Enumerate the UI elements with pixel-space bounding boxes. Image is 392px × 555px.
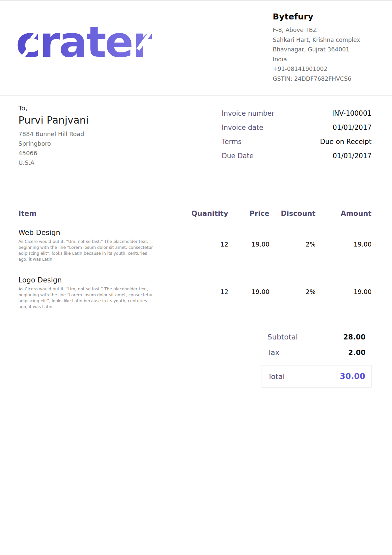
item-name: Web Design (18, 229, 189, 237)
item-price: 19.00 (228, 229, 269, 262)
item-cell: Logo Design As Cicero would put it, “Um,… (18, 276, 189, 310)
totals-divider (18, 324, 372, 324)
column-header-discount: Discount (269, 210, 316, 218)
terms-label: Terms (222, 138, 241, 146)
customer-address-line: U.S.A (18, 158, 89, 167)
table-row: Web Design As Cicero would put it, “Um, … (18, 229, 372, 262)
meta-row-terms: Terms Due on Receipt (222, 138, 372, 146)
company-address-line: F-8, Above TBZ (273, 25, 372, 35)
customer-address-line: 45066 (18, 148, 89, 158)
item-amount: 19.00 (316, 229, 372, 262)
column-header-quantity: Quanitity (189, 210, 228, 218)
info-section: To, Purvi Panjvani 7884 Bunnel Hill Road… (0, 96, 392, 167)
item-discount: 2% (269, 276, 316, 310)
crater-logo: crater (16, 19, 152, 66)
crater-logo-text: crater (16, 19, 152, 66)
items-table: Item Quanitity Price Discount Amount Web… (18, 210, 372, 310)
total-value: 30.00 (340, 372, 365, 381)
company-address-line: Sahkari Hart, Krishna complex (273, 35, 372, 45)
meta-row-invoice-number: Invoice number INV-100001 (222, 109, 372, 117)
customer-address-line: Springboro (18, 139, 89, 148)
invoice-number-label: Invoice number (222, 109, 274, 117)
column-header-item: Item (18, 210, 189, 218)
customer-name: Purvi Panjvani (18, 114, 89, 126)
bill-to-block: To, Purvi Panjvani 7884 Bunnel Hill Road… (18, 104, 89, 167)
items-table-header: Item Quanitity Price Discount Amount (18, 210, 372, 218)
due-date-label: Due Date (222, 152, 254, 160)
item-name: Logo Design (18, 276, 189, 284)
company-address-line: Bhavnagar, Gujrat 364001 (273, 45, 372, 55)
terms-value: Due on Receipt (320, 138, 372, 146)
customer-address-line: 7884 Bunnel Hill Road (18, 129, 89, 139)
item-quantity: 12 (189, 276, 228, 310)
total-label: Total (268, 372, 285, 381)
meta-row-due-date: Due Date 01/01/2017 (222, 152, 372, 160)
item-description: As Cicero would put it, “Um, not so fast… (18, 239, 157, 262)
item-amount: 19.00 (316, 276, 372, 310)
table-row: Logo Design As Cicero would put it, “Um,… (18, 276, 372, 310)
subtotal-row: Subtotal 28.00 (262, 333, 372, 341)
invoice-meta: Invoice number INV-100001 Invoice date 0… (222, 109, 372, 167)
tax-row: Tax 2.00 (262, 348, 372, 357)
company-phone: +91-08141901002 (273, 64, 372, 74)
company-address-line: India (273, 55, 372, 65)
company-gstin: GSTIN: 24DDF7682FHVCS6 (273, 74, 372, 84)
item-price: 19.00 (228, 276, 269, 310)
bill-to-label: To, (18, 104, 89, 112)
invoice-header: crater Bytefury F-8, Above TBZ Sahkari H… (0, 1, 392, 96)
item-cell: Web Design As Cicero would put it, “Um, … (18, 229, 189, 262)
company-block: Bytefury F-8, Above TBZ Sahkari Hart, Kr… (273, 10, 372, 84)
total-box: Total 30.00 (262, 365, 372, 388)
invoice-date-value: 01/01/2017 (333, 124, 372, 131)
item-quantity: 12 (189, 229, 228, 262)
item-discount: 2% (269, 229, 316, 262)
subtotal-label: Subtotal (267, 333, 298, 341)
column-header-amount: Amount (316, 210, 372, 218)
tax-label: Tax (267, 348, 279, 357)
column-header-price: Price (228, 210, 269, 218)
tax-value: 2.00 (348, 349, 366, 357)
invoice-date-label: Invoice date (222, 124, 263, 131)
company-name: Bytefury (273, 12, 372, 21)
totals-block: Subtotal 28.00 Tax 2.00 Total 30.00 (262, 333, 372, 388)
due-date-value: 01/01/2017 (333, 152, 372, 160)
subtotal-value: 28.00 (343, 333, 366, 341)
meta-row-invoice-date: Invoice date 01/01/2017 (222, 124, 372, 131)
invoice-number-value: INV-100001 (332, 109, 372, 117)
item-description: As Cicero would put it, “Um, not so fast… (18, 286, 157, 310)
